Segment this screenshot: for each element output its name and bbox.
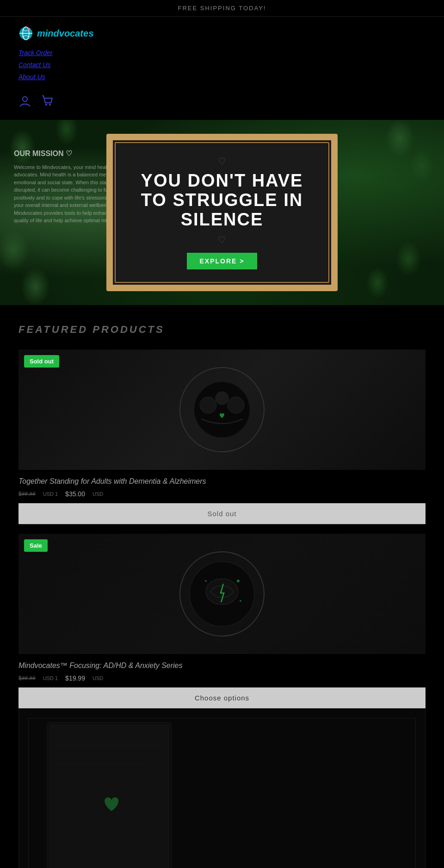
product-divider-1 (18, 524, 426, 525)
product-1-currency-label: USD (92, 491, 103, 497)
product-2-visual (18, 534, 426, 654)
product-2-image: Sale (18, 534, 426, 654)
nav-about-us[interactable]: About Us (18, 73, 426, 81)
nav-contact-us[interactable]: Contact Us (18, 61, 426, 69)
board-text: YOU DON'T HAVE TO STRUGGLE IN SILENCE (141, 171, 303, 229)
product-card-2: Sale Mindvoca (18, 534, 426, 687)
product-1-info: Together Standing for Adults with Dement… (18, 470, 426, 503)
bottom-heart-icon: ♡ (218, 234, 226, 245)
user-icon[interactable] (18, 94, 31, 111)
hero-section: OUR MISSION ♡ Welcome to Mindvocates, yo… (0, 120, 444, 305)
product-2-badge: Sale (24, 539, 48, 552)
product-1-badge: Sold out (24, 355, 59, 368)
letter-board: ♡ YOU DON'T HAVE TO STRUGGLE IN SILENCE … (106, 134, 338, 291)
featured-section: FEATURED PRODUCTS Sold out T (0, 305, 444, 868)
top-banner: FREE SHIPPING TODAY! (0, 0, 444, 17)
product-1-title: Together Standing for Adults with Dement… (18, 477, 426, 486)
top-heart-icon: ♡ (218, 156, 226, 167)
svg-point-3 (23, 97, 27, 101)
product-2-svg (176, 548, 268, 640)
product-1-price-row: $##.## USD 1 $35.00 USD (18, 490, 426, 498)
product-2-action-button[interactable]: Choose options (18, 687, 426, 708)
product-1-action-button[interactable]: Sold out (18, 503, 426, 524)
svg-point-7 (194, 382, 250, 437)
nav-links: Track Order Contact Us About Us (18, 49, 426, 81)
product-1-visual (18, 350, 426, 470)
nav-track-order[interactable]: Track Order (18, 49, 426, 56)
logo-icon (18, 26, 33, 41)
svg-point-5 (49, 104, 51, 106)
svg-rect-18 (49, 725, 169, 868)
banner-text: FREE SHIPPING TODAY! (178, 5, 266, 12)
svg-point-15 (205, 580, 207, 582)
svg-point-14 (237, 580, 240, 582)
svg-point-16 (240, 600, 241, 602)
product-2-currency-unit: USD 1 (43, 675, 58, 681)
product-1-price-original: $##.## (18, 491, 36, 497)
logo-text[interactable]: mindvocates (37, 28, 93, 39)
section-title: FEATURED PRODUCTS (18, 324, 426, 336)
large-product-svg (19, 709, 425, 868)
product-1-price-current: $35.00 (65, 490, 85, 498)
cart-icon[interactable] (41, 94, 54, 111)
product-1-currency: USD 1 (43, 491, 58, 497)
product-2-info: Mindvocates™ Focusing: AD/HD & Anxiety S… (18, 654, 426, 687)
svg-point-10 (216, 392, 228, 405)
product-2-price-row: $##.## USD 1 $19.99 USD (18, 674, 426, 682)
header: mindvocates Track Order Contact Us About… (0, 17, 444, 120)
svg-point-4 (45, 104, 47, 106)
svg-point-8 (200, 397, 216, 413)
product-2-price-current: $19.99 (65, 674, 85, 682)
product-card-1: Sold out Together Standing for Adults wi… (18, 350, 426, 503)
svg-point-11 (190, 562, 254, 626)
svg-point-9 (228, 397, 244, 413)
svg-point-12 (206, 579, 238, 605)
logo-area: mindvocates (18, 26, 426, 41)
svg-rect-17 (47, 723, 172, 868)
product-2-currency-label: USD (92, 675, 103, 681)
product-large-image (18, 708, 426, 868)
product-2-price-original: $##.## (18, 675, 36, 681)
product-1-svg (176, 363, 268, 456)
header-icons (18, 90, 426, 115)
product-2-title: Mindvocates™ Focusing: AD/HD & Anxiety S… (18, 662, 426, 670)
svg-point-6 (185, 373, 259, 447)
product-1-image: Sold out (18, 350, 426, 470)
explore-button[interactable]: EXPLORE > (187, 253, 258, 269)
